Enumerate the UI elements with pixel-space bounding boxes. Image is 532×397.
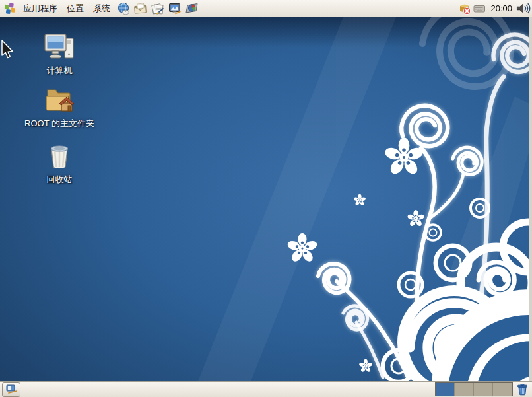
package-updater-alert-icon [458,2,471,15]
bottom-panel [0,381,532,397]
desktop-icon-computer-label: 计算机 [47,65,73,77]
word-processor-icon [150,2,165,15]
right-edge-scrollbar [529,17,532,381]
clock-applet[interactable]: 20:00 [486,3,516,13]
pie-chart-icon [185,2,199,15]
clock-text: 20:00 [490,3,512,13]
workspace-switcher [435,382,513,396]
workspace-3[interactable] [474,383,493,396]
launcher-web-browser[interactable] [115,0,132,17]
presentation-icon [168,2,182,15]
menu-places[interactable]: 位置 [62,0,88,17]
window-list-drag-handle[interactable] [22,384,28,396]
trash-applet[interactable] [514,382,530,397]
workspace-1[interactable] [436,383,455,396]
launcher-word-processor[interactable] [149,0,166,17]
menu-places-label: 位置 [67,3,84,15]
desktop-icon-home-folder[interactable]: ROOT 的主文件夹 [7,85,112,129]
show-desktop-button[interactable] [2,382,20,397]
trash-icon [44,141,75,172]
centos-logo-icon [4,3,16,15]
tray-drag-handle[interactable] [450,3,455,15]
trash-applet-icon [516,383,529,396]
top-panel: 应用程序 位置 系统 [0,0,532,17]
volume-icon [516,2,531,15]
volume-applet[interactable] [516,0,531,17]
menu-system-label: 系统 [93,3,110,15]
menu-applications[interactable]: 应用程序 [18,0,62,17]
email-icon [133,2,148,15]
desktop-icon-computer[interactable]: 计算机 [20,32,99,77]
desktop-area[interactable]: 计算机 ROOT 的主文件夹 回收站 [0,17,532,381]
desktop-icon-trash-label: 回收站 [47,174,73,186]
main-menu-button[interactable] [1,0,18,17]
menu-applications-label: 应用程序 [23,3,57,15]
show-desktop-icon [6,384,17,394]
web-browser-icon [117,2,131,15]
keyboard-indicator-icon [473,3,486,14]
launcher-presentation[interactable] [166,0,183,17]
launcher-pie-chart[interactable] [183,0,201,17]
menu-system[interactable]: 系统 [88,0,115,17]
workspace-4[interactable] [493,383,512,396]
workspace-2[interactable] [455,383,474,396]
keyboard-indicator-tray[interactable] [472,0,486,17]
desktop-icon-home-folder-label: ROOT 的主文件夹 [24,118,94,129]
desktop-screen: 应用程序 位置 系统 [0,0,532,397]
desktop-icon-trash[interactable]: 回收站 [20,141,99,186]
home-folder-icon [42,85,77,116]
computer-icon [43,32,76,63]
launcher-email[interactable] [132,0,149,17]
package-updater-tray[interactable] [457,0,472,17]
